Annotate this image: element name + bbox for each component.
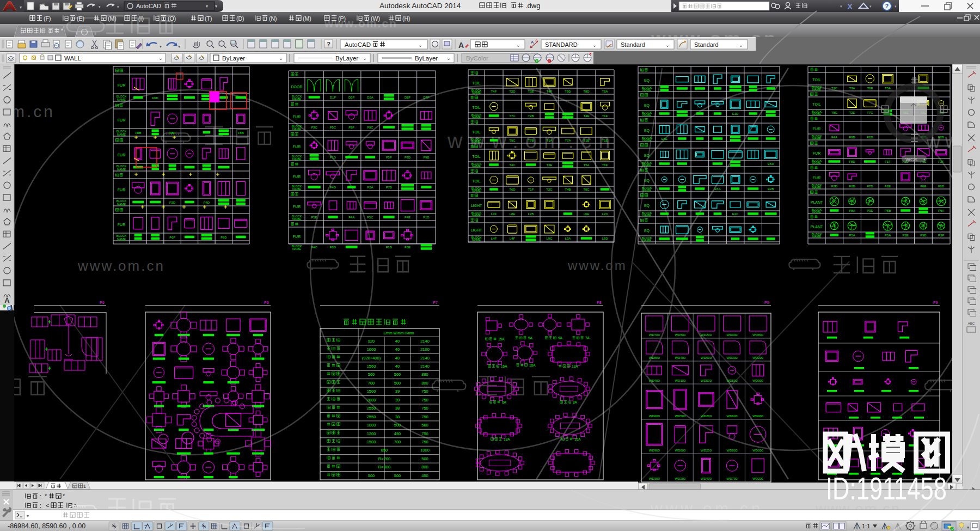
svg-text:T8C: T8C [583, 188, 590, 191]
svg-text:▾: ▾ [923, 157, 926, 161]
svg-text:FUR: FUR [118, 83, 125, 87]
svg-text:16A: 16A [574, 437, 581, 441]
svg-text:WD200: WD200 [701, 449, 712, 452]
svg-text:T3A: T3A [849, 87, 855, 90]
svg-text:⌄: ⌄ [279, 55, 283, 61]
svg-text:1: 1 [83, 484, 86, 489]
svg-text:Standard: Standard [621, 41, 645, 48]
svg-text:WD800: WD800 [675, 333, 686, 337]
svg-text:TOIL: TOIL [472, 130, 481, 134]
svg-text:PLANT: PLANT [811, 225, 823, 229]
svg-text:NAME: NAME [642, 188, 651, 192]
svg-text:500: 500 [421, 456, 428, 461]
svg-text:⌄: ⌄ [665, 42, 670, 48]
svg-text:450: 450 [394, 431, 401, 436]
svg-text:P8B: P8B [885, 209, 891, 212]
svg-text:F6E: F6E [405, 246, 411, 249]
svg-text:F3B: F3B [405, 156, 411, 159]
svg-text:▾: ▾ [869, 4, 872, 8]
svg-text:WD600: WD600 [649, 414, 660, 418]
svg-text:7A: 7A [585, 336, 590, 340]
svg-text:FUR: FUR [118, 118, 125, 122]
svg-text:(N): (N) [269, 15, 277, 22]
svg-text:E5A: E5A [714, 187, 720, 191]
svg-text:39: 39 [395, 389, 400, 394]
svg-text:F4A: F4A [348, 216, 354, 219]
svg-text:800: 800 [421, 465, 428, 469]
svg-text:FUR: FUR [293, 115, 301, 119]
svg-text:P5A: P5A [885, 234, 891, 237]
svg-text:1000: 1000 [367, 347, 376, 352]
svg-text:WD900: WD900 [727, 333, 738, 337]
svg-text:T1E: T1E [602, 139, 608, 142]
svg-text:FUR: FUR [293, 175, 301, 179]
svg-text:▾: ▾ [967, 525, 969, 530]
svg-text:F3C: F3C [311, 126, 317, 129]
svg-text:FUR: FUR [118, 153, 125, 157]
svg-text:F1F: F1F [885, 160, 891, 163]
svg-text:WD900: WD900 [701, 356, 712, 359]
svg-text:m.cn: m.cn [11, 102, 55, 120]
svg-text:NAME: NAME [292, 187, 301, 191]
svg-text:P3F: P3F [938, 234, 944, 237]
svg-text:FUR: FUR [813, 151, 820, 155]
svg-text:880: 880 [421, 372, 428, 377]
svg-text:WD600: WD600 [675, 449, 686, 452]
svg-text:750: 750 [421, 431, 428, 436]
svg-text:NAME: NAME [292, 247, 301, 251]
svg-text:BLOCK: BLOCK [117, 130, 127, 133]
svg-text:FUR: FUR [293, 145, 301, 149]
svg-text:D8F: D8F [405, 96, 411, 99]
svg-text:P9: P9 [933, 301, 938, 304]
svg-text:F8F: F8F [169, 131, 175, 135]
svg-text:Standard: Standard [694, 41, 719, 48]
svg-text:FUR: FUR [813, 176, 820, 180]
svg-text:ByLayer: ByLayer [222, 55, 245, 62]
svg-text:L2D: L2D [602, 212, 608, 216]
svg-text:F9C: F9C [367, 126, 373, 129]
svg-text:NAME: NAME [472, 189, 481, 192]
svg-text:6A: 6A [502, 400, 507, 404]
svg-text:13A: 13A [504, 437, 510, 441]
svg-text:1500: 1500 [367, 440, 376, 444]
svg-text:T8F: T8F [867, 87, 873, 90]
svg-text:T7B: T7B [528, 139, 534, 142]
svg-text:Autodesk AutoCAD 2014: Autodesk AutoCAD 2014 [379, 2, 461, 10]
svg-text:F8B: F8B [135, 131, 141, 135]
svg-text:1000: 1000 [367, 423, 376, 428]
svg-text:EQ: EQ [644, 129, 650, 133]
svg-text:2550: 2550 [367, 414, 376, 419]
svg-text:▾: ▾ [840, 4, 842, 8]
svg-text:F6E: F6E [920, 185, 926, 188]
svg-text:⌄: ⌄ [158, 55, 163, 61]
svg-text:NAME: NAME [642, 213, 651, 217]
svg-text:40: 40 [395, 339, 400, 344]
svg-text:NAME: NAME [472, 213, 481, 217]
svg-text:L9C: L9C [546, 237, 553, 240]
svg-text:NAME: NAME [812, 235, 821, 238]
svg-text:2140: 2140 [420, 364, 430, 369]
svg-text:F5C: F5C [330, 126, 336, 129]
svg-text:38: 38 [395, 414, 400, 419]
svg-text:F1D: F1D [423, 216, 430, 219]
svg-text:L3F: L3F [491, 212, 497, 216]
svg-text:EQ: EQ [644, 78, 650, 83]
svg-text:(H): (H) [402, 15, 411, 22]
svg-text:NAME: NAME [472, 164, 481, 168]
svg-text:D2A: D2A [367, 96, 373, 99]
svg-text:F5F: F5F [386, 156, 392, 159]
svg-text:F8D: F8D [849, 160, 855, 163]
svg-text:2140: 2140 [420, 356, 430, 361]
svg-text:F4D: F4D [330, 186, 336, 189]
svg-text:E4C: E4C [732, 212, 739, 216]
svg-text:F5C: F5C [367, 216, 373, 219]
svg-text:ABC: ABC [968, 322, 975, 325]
svg-text:<: < [46, 502, 49, 509]
svg-text:L3D: L3D [602, 237, 608, 240]
svg-text:A: A [531, 40, 534, 45]
svg-text:F9B: F9B [849, 136, 855, 139]
svg-text:NAME: NAME [642, 239, 651, 242]
svg-text:WD500: WD500 [727, 379, 738, 382]
svg-text:▾: ▾ [895, 4, 897, 8]
svg-text:500: 500 [394, 473, 401, 478]
